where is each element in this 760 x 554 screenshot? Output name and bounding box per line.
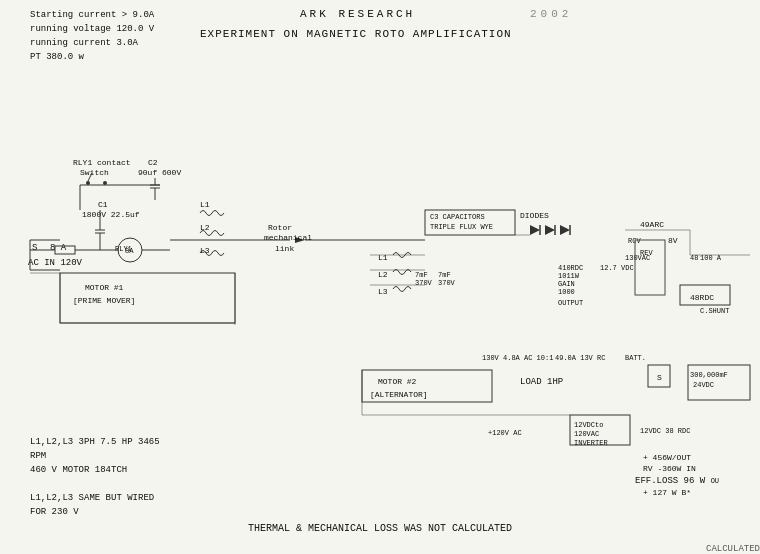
svg-text:300,000mF: 300,000mF [690, 371, 728, 379]
note-spacer [30, 477, 160, 491]
svg-text:EFF.LOSS  96 W OU: EFF.LOSS 96 W OU [635, 476, 719, 486]
page: ARK RESEARCH 2002 EXPERIMENT ON MAGNETIC… [0, 0, 760, 554]
svg-text:S: S [657, 373, 662, 382]
svg-text:MOTOR #2: MOTOR #2 [378, 377, 417, 386]
svg-text:12.7 VDC: 12.7 VDC [600, 264, 634, 272]
svg-text:RV -360W IN: RV -360W IN [643, 464, 696, 473]
svg-point-30 [103, 181, 107, 185]
header-year: 2002 [530, 8, 572, 20]
svg-text:Rotor: Rotor [268, 223, 292, 232]
svg-text:mechanical: mechanical [264, 233, 312, 242]
svg-text:24VDC: 24VDC [693, 381, 714, 389]
svg-text:90uf 600V: 90uf 600V [138, 168, 181, 177]
note-460v: 460 V MOTOR 184TCH [30, 463, 160, 477]
svg-text:370V: 370V [415, 279, 433, 287]
svg-text:L2: L2 [378, 270, 388, 279]
svg-text:REV: REV [640, 249, 653, 257]
svg-text:410RDC: 410RDC [558, 264, 583, 272]
svg-text:GAIN: GAIN [558, 280, 575, 288]
svg-text:+ 456W/OUT: + 456W/OUT [643, 453, 691, 462]
bottom-notes: L1,L2,L3 3PH 7.5 HP 3465 RPM 460 V MOTOR… [30, 435, 160, 519]
svg-text:INVERTER: INVERTER [574, 439, 608, 447]
spec-line2: running voltage 120.0 V [30, 22, 154, 36]
svg-text:1000: 1000 [558, 288, 575, 296]
svg-text:TRIPLE FLUX WYE: TRIPLE FLUX WYE [430, 223, 493, 231]
spec-line1: Starting current > 9.0A [30, 8, 154, 22]
svg-text:L1: L1 [378, 253, 388, 262]
svg-text:DIODES: DIODES [520, 211, 549, 220]
svg-text:L3: L3 [378, 287, 388, 296]
svg-text:[ALTERNATOR]: [ALTERNATOR] [370, 390, 428, 399]
svg-marker-56 [530, 225, 540, 235]
svg-text:8A: 8A [125, 247, 134, 255]
schematic-diagram: S 8 A AC IN 120V RLY1 contact Switch C2 … [0, 55, 760, 495]
svg-text:1011W: 1011W [558, 272, 580, 280]
svg-text:12VDCto: 12VDCto [574, 421, 603, 429]
svg-text:7mF: 7mF [438, 271, 451, 279]
note-for-230v: FOR 230 V [30, 505, 160, 519]
svg-text:link: link [275, 244, 294, 253]
svg-text:C1: C1 [98, 200, 108, 209]
header-subtitle: EXPERIMENT ON MAGNETIC ROTO AMPLIFICATIO… [200, 28, 512, 40]
svg-text:48RDC: 48RDC [690, 293, 714, 302]
svg-text:1800V 22.5uf: 1800V 22.5uf [82, 210, 140, 219]
svg-text:12VDC 38 RDC: 12VDC 38 RDC [640, 427, 690, 435]
svg-text:C2: C2 [148, 158, 158, 167]
svg-text:LOAD  1HP: LOAD 1HP [520, 377, 563, 387]
svg-text:370V: 370V [438, 279, 456, 287]
svg-text:49ARC: 49ARC [640, 220, 664, 229]
svg-text:C.SHUNT: C.SHUNT [700, 307, 729, 315]
svg-text:120VAC: 120VAC [574, 430, 599, 438]
svg-text:+ 127  W B*: + 127 W B* [643, 488, 691, 495]
svg-text:BATT.: BATT. [625, 354, 646, 362]
note-rpm: RPM [30, 449, 160, 463]
calculated-tag: CALCULATED [706, 544, 760, 554]
svg-marker-58 [545, 225, 555, 235]
svg-text:RLY1 contact: RLY1 contact [73, 158, 131, 167]
svg-text:8 A: 8 A [50, 243, 67, 253]
svg-text:MOTOR #1: MOTOR #1 [85, 283, 124, 292]
svg-text:+120V AC: +120V AC [488, 429, 522, 437]
svg-marker-60 [560, 225, 570, 235]
note-l1l2l3-motor: L1,L2,L3 3PH 7.5 HP 3465 [30, 435, 160, 449]
svg-text:L1: L1 [200, 200, 210, 209]
header-company: ARK RESEARCH [300, 8, 415, 20]
svg-text:L3: L3 [200, 246, 210, 255]
svg-text:S: S [32, 243, 37, 253]
svg-text:130V 4.8A AC 10:1: 130V 4.8A AC 10:1 [482, 354, 553, 362]
svg-point-29 [86, 181, 90, 185]
svg-text:C3  CAPACITORS: C3 CAPACITORS [430, 213, 485, 221]
spec-line3: running current 3.0A [30, 36, 154, 50]
note-same-wired: L1,L2,L3 SAME BUT WIRED [30, 491, 160, 505]
svg-text:[PRIME MOVER]: [PRIME MOVER] [73, 296, 135, 305]
svg-text:49.0A 13V RC: 49.0A 13V RC [555, 354, 605, 362]
svg-text:OUTPUT: OUTPUT [558, 299, 583, 307]
thermal-note: THERMAL & MECHANICAL LOSS WAS NOT CALCUL… [0, 523, 760, 534]
svg-text:AC IN 120V: AC IN 120V [28, 258, 83, 268]
svg-text:Switch: Switch [80, 168, 109, 177]
svg-text:7mF: 7mF [415, 271, 428, 279]
svg-text:8V: 8V [668, 236, 678, 245]
